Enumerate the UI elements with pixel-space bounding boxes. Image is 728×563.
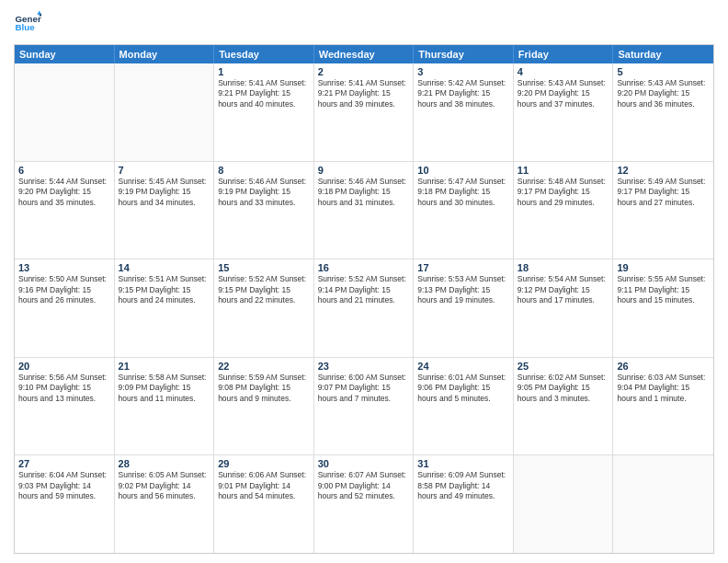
- calendar-cell: 6Sunrise: 5:44 AM Sunset: 9:20 PM Daylig…: [15, 162, 115, 259]
- calendar-cell: 1Sunrise: 5:41 AM Sunset: 9:21 PM Daylig…: [214, 63, 314, 161]
- calendar-week-5: 27Sunrise: 6:04 AM Sunset: 9:03 PM Dayli…: [15, 455, 713, 553]
- day-info: Sunrise: 6:00 AM Sunset: 9:07 PM Dayligh…: [318, 373, 410, 404]
- day-info: Sunrise: 5:44 AM Sunset: 9:20 PM Dayligh…: [18, 177, 110, 208]
- day-info: Sunrise: 5:46 AM Sunset: 9:19 PM Dayligh…: [218, 177, 310, 208]
- calendar-cell: 3Sunrise: 5:42 AM Sunset: 9:21 PM Daylig…: [414, 63, 514, 161]
- day-number: 4: [518, 66, 609, 77]
- day-info: Sunrise: 5:51 AM Sunset: 9:15 PM Dayligh…: [119, 274, 210, 305]
- day-number: 8: [218, 165, 310, 176]
- day-number: 22: [218, 361, 310, 372]
- day-info: Sunrise: 6:03 AM Sunset: 9:04 PM Dayligh…: [617, 373, 710, 404]
- day-number: 3: [417, 66, 509, 77]
- calendar-cell: 27Sunrise: 6:04 AM Sunset: 9:03 PM Dayli…: [15, 455, 115, 553]
- header: General Blue: [14, 9, 714, 37]
- calendar-cell: 31Sunrise: 6:09 AM Sunset: 8:58 PM Dayli…: [414, 455, 514, 553]
- day-info: Sunrise: 5:42 AM Sunset: 9:21 PM Dayligh…: [417, 78, 509, 109]
- day-info: Sunrise: 5:52 AM Sunset: 9:15 PM Dayligh…: [218, 274, 310, 305]
- calendar-cell: 20Sunrise: 5:56 AM Sunset: 9:10 PM Dayli…: [15, 358, 115, 455]
- day-number: 26: [617, 361, 710, 372]
- calendar-cell: 12Sunrise: 5:49 AM Sunset: 9:17 PM Dayli…: [613, 162, 713, 259]
- day-info: Sunrise: 5:52 AM Sunset: 9:14 PM Dayligh…: [318, 274, 410, 305]
- day-number: 18: [518, 262, 609, 273]
- day-info: Sunrise: 5:47 AM Sunset: 9:18 PM Dayligh…: [417, 177, 509, 208]
- page: General Blue SundayMondayTuesdayWednesda…: [0, 0, 728, 563]
- day-info: Sunrise: 5:54 AM Sunset: 9:12 PM Dayligh…: [518, 274, 609, 305]
- day-info: Sunrise: 5:55 AM Sunset: 9:11 PM Dayligh…: [617, 274, 710, 305]
- calendar-cell: 21Sunrise: 5:58 AM Sunset: 9:09 PM Dayli…: [115, 358, 215, 455]
- day-number: 29: [218, 458, 310, 469]
- day-info: Sunrise: 5:46 AM Sunset: 9:18 PM Dayligh…: [318, 177, 410, 208]
- day-number: 31: [417, 458, 509, 469]
- day-number: 1: [218, 66, 310, 77]
- header-day-sunday: Sunday: [15, 45, 115, 63]
- day-number: 15: [218, 262, 310, 273]
- calendar-cell: 8Sunrise: 5:46 AM Sunset: 9:19 PM Daylig…: [214, 162, 314, 259]
- day-number: 9: [318, 165, 410, 176]
- day-number: 11: [518, 165, 609, 176]
- calendar-cell: [15, 63, 115, 161]
- calendar-cell: 9Sunrise: 5:46 AM Sunset: 9:18 PM Daylig…: [314, 162, 415, 259]
- header-day-wednesday: Wednesday: [314, 45, 415, 63]
- day-info: Sunrise: 6:06 AM Sunset: 9:01 PM Dayligh…: [218, 470, 310, 501]
- day-info: Sunrise: 5:43 AM Sunset: 9:20 PM Dayligh…: [617, 78, 710, 109]
- day-info: Sunrise: 6:02 AM Sunset: 9:05 PM Dayligh…: [518, 373, 609, 404]
- day-info: Sunrise: 5:41 AM Sunset: 9:21 PM Dayligh…: [218, 78, 310, 109]
- calendar-cell: 16Sunrise: 5:52 AM Sunset: 9:14 PM Dayli…: [314, 259, 415, 357]
- calendar-cell: 29Sunrise: 6:06 AM Sunset: 9:01 PM Dayli…: [214, 455, 314, 553]
- day-number: 14: [119, 262, 210, 273]
- day-number: 20: [18, 361, 110, 372]
- calendar: SundayMondayTuesdayWednesdayThursdayFrid…: [14, 44, 714, 554]
- day-info: Sunrise: 6:04 AM Sunset: 9:03 PM Dayligh…: [18, 470, 110, 501]
- calendar-cell: 10Sunrise: 5:47 AM Sunset: 9:18 PM Dayli…: [414, 162, 514, 259]
- calendar-cell: [115, 63, 215, 161]
- day-number: 19: [617, 262, 710, 273]
- calendar-cell: 7Sunrise: 5:45 AM Sunset: 9:19 PM Daylig…: [115, 162, 215, 259]
- calendar-cell: 26Sunrise: 6:03 AM Sunset: 9:04 PM Dayli…: [613, 358, 713, 455]
- calendar-cell: [514, 455, 614, 553]
- day-number: 16: [318, 262, 410, 273]
- day-number: 25: [518, 361, 609, 372]
- day-info: Sunrise: 5:49 AM Sunset: 9:17 PM Dayligh…: [617, 177, 710, 208]
- header-day-monday: Monday: [115, 45, 215, 63]
- day-number: 7: [119, 165, 210, 176]
- calendar-cell: 15Sunrise: 5:52 AM Sunset: 9:15 PM Dayli…: [214, 259, 314, 357]
- day-info: Sunrise: 5:45 AM Sunset: 9:19 PM Dayligh…: [119, 177, 210, 208]
- calendar-week-3: 13Sunrise: 5:50 AM Sunset: 9:16 PM Dayli…: [15, 259, 713, 358]
- calendar-week-2: 6Sunrise: 5:44 AM Sunset: 9:20 PM Daylig…: [15, 162, 713, 260]
- calendar-cell: 13Sunrise: 5:50 AM Sunset: 9:16 PM Dayli…: [15, 259, 115, 357]
- calendar-cell: 11Sunrise: 5:48 AM Sunset: 9:17 PM Dayli…: [514, 162, 614, 259]
- svg-text:Blue: Blue: [16, 22, 36, 32]
- day-number: 17: [417, 262, 509, 273]
- header-day-friday: Friday: [514, 45, 614, 63]
- calendar-cell: 5Sunrise: 5:43 AM Sunset: 9:20 PM Daylig…: [613, 63, 713, 161]
- calendar-cell: 30Sunrise: 6:07 AM Sunset: 9:00 PM Dayli…: [314, 455, 415, 553]
- day-number: 30: [318, 458, 410, 469]
- calendar-cell: [613, 455, 713, 553]
- day-number: 5: [617, 66, 710, 77]
- calendar-cell: 17Sunrise: 5:53 AM Sunset: 9:13 PM Dayli…: [414, 259, 514, 357]
- day-number: 23: [318, 361, 410, 372]
- calendar-cell: 18Sunrise: 5:54 AM Sunset: 9:12 PM Dayli…: [514, 259, 614, 357]
- day-info: Sunrise: 6:07 AM Sunset: 9:00 PM Dayligh…: [318, 470, 410, 501]
- calendar-body: 1Sunrise: 5:41 AM Sunset: 9:21 PM Daylig…: [15, 63, 713, 553]
- day-info: Sunrise: 5:56 AM Sunset: 9:10 PM Dayligh…: [18, 373, 110, 404]
- logo: General Blue: [14, 9, 41, 37]
- day-info: Sunrise: 5:58 AM Sunset: 9:09 PM Dayligh…: [119, 373, 210, 404]
- day-number: 10: [417, 165, 509, 176]
- calendar-header: SundayMondayTuesdayWednesdayThursdayFrid…: [15, 45, 713, 63]
- calendar-cell: 4Sunrise: 5:43 AM Sunset: 9:20 PM Daylig…: [514, 63, 614, 161]
- day-number: 24: [417, 361, 509, 372]
- calendar-cell: 22Sunrise: 5:59 AM Sunset: 9:08 PM Dayli…: [214, 358, 314, 455]
- header-day-tuesday: Tuesday: [214, 45, 314, 63]
- calendar-cell: 19Sunrise: 5:55 AM Sunset: 9:11 PM Dayli…: [613, 259, 713, 357]
- day-number: 28: [119, 458, 210, 469]
- day-number: 13: [18, 262, 110, 273]
- day-info: Sunrise: 5:48 AM Sunset: 9:17 PM Dayligh…: [518, 177, 609, 208]
- calendar-cell: 28Sunrise: 6:05 AM Sunset: 9:02 PM Dayli…: [115, 455, 215, 553]
- day-info: Sunrise: 5:41 AM Sunset: 9:21 PM Dayligh…: [318, 78, 410, 109]
- day-info: Sunrise: 6:01 AM Sunset: 9:06 PM Dayligh…: [417, 373, 509, 404]
- day-number: 27: [18, 458, 110, 469]
- calendar-week-4: 20Sunrise: 5:56 AM Sunset: 9:10 PM Dayli…: [15, 358, 713, 456]
- calendar-cell: 25Sunrise: 6:02 AM Sunset: 9:05 PM Dayli…: [514, 358, 614, 455]
- day-info: Sunrise: 5:59 AM Sunset: 9:08 PM Dayligh…: [218, 373, 310, 404]
